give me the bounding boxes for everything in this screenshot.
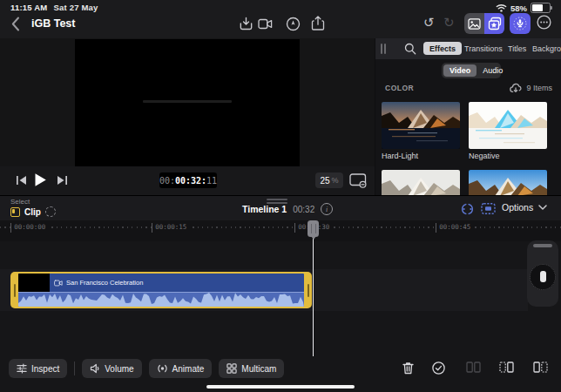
clip-thumbnail	[18, 274, 50, 292]
home-indicator[interactable]	[206, 385, 355, 389]
play-icon	[34, 172, 47, 187]
search-button[interactable]	[404, 43, 416, 55]
external-display-icon	[349, 173, 368, 188]
effects-library-button[interactable]	[484, 13, 504, 34]
overlay-icon	[481, 202, 496, 215]
timecode-display: 00:00:32:11	[159, 172, 217, 188]
selected-clip-chip[interactable]: Clip	[10, 206, 56, 217]
clip-name: San Francisco Celebration	[66, 279, 143, 287]
jog-wheel[interactable]	[530, 264, 556, 290]
effect-card[interactable]: Hard-Light	[382, 102, 460, 160]
clip-connections-button[interactable]	[460, 202, 475, 216]
wifi-icon	[496, 3, 507, 12]
options-menu[interactable]: Options	[502, 202, 547, 213]
zoom-unit: %	[332, 176, 339, 185]
skip-to-start-button[interactable]	[16, 175, 27, 186]
video-preview[interactable]	[75, 39, 300, 166]
clip-audio-waveform	[18, 292, 304, 307]
ruler-label: 00:00:15	[152, 223, 189, 233]
draw-button[interactable]	[286, 17, 301, 31]
tab-background[interactable]: Background	[532, 44, 561, 53]
effect-card[interactable]: Negative	[469, 102, 547, 160]
playhead-handle[interactable]	[308, 220, 319, 237]
cloud-download-icon[interactable]	[510, 83, 522, 93]
timecode-frames: 11	[206, 176, 217, 186]
section-title: COLOR	[385, 84, 414, 92]
delete-button[interactable]	[402, 362, 414, 375]
skip-start-icon	[16, 175, 27, 186]
timeline-scrollbar[interactable]	[533, 244, 552, 247]
clip-body: San Francisco Celebration	[18, 274, 304, 307]
tab-transitions[interactable]: Transitions	[464, 44, 503, 53]
timeline-ruler[interactable]: 00:00:00 00:00:15 00:00:30 00:00:45	[0, 220, 561, 241]
jog-wheel-thumb[interactable]	[540, 271, 546, 282]
multicam-button[interactable]: Multicam	[219, 359, 284, 378]
camera-icon	[258, 18, 273, 30]
chevron-down-icon	[538, 205, 547, 210]
clip-chip-label: Clip	[24, 207, 41, 217]
camera-button[interactable]	[258, 18, 273, 30]
timecode-main: 00:32:	[175, 176, 206, 186]
trim-both-icon	[466, 362, 481, 373]
redo-button[interactable]: ↻	[443, 16, 455, 29]
trim-handle-right[interactable]	[304, 272, 312, 308]
effect-thumbnail-vivid	[469, 170, 547, 195]
clip-title-bar: San Francisco Celebration	[18, 274, 304, 292]
inspect-icon	[17, 363, 27, 374]
trim-end-button[interactable]	[533, 362, 548, 373]
tab-effects[interactable]: Effects	[423, 42, 462, 55]
trim-both-button[interactable]	[466, 362, 481, 373]
panel-resize-handle[interactable]	[381, 44, 386, 54]
draw-icon	[286, 17, 301, 31]
share-button[interactable]	[311, 16, 325, 31]
app-screen: 11:15 AMSat 27 May 58% iGB Test ↺ ↻	[0, 0, 561, 392]
import-button[interactable]	[239, 17, 253, 31]
battery-icon	[531, 3, 551, 13]
tab-titles[interactable]: Titles	[508, 44, 526, 53]
video-audio-toggle: Video Audio	[442, 63, 501, 78]
play-button[interactable]	[34, 172, 47, 187]
done-check-button[interactable]	[432, 362, 445, 375]
zoom-level-control[interactable]: 25%	[315, 172, 343, 188]
effect-card[interactable]	[382, 170, 460, 195]
viewer-pane: 00:00:32:11 25%	[0, 38, 375, 195]
back-button[interactable]	[11, 17, 20, 31]
toggle-video[interactable]: Video	[443, 64, 477, 77]
bottom-toolbar: Inspect Volume Animate Multicam	[9, 359, 284, 378]
photos-button[interactable]	[464, 13, 484, 34]
project-title: iGB Test	[31, 17, 75, 30]
ruler-ticks	[0, 226, 561, 228]
skip-end-icon	[57, 175, 68, 186]
trim-handle-left[interactable]	[10, 272, 18, 308]
animate-button[interactable]: Animate	[149, 359, 213, 378]
overlay-view-button[interactable]	[481, 202, 496, 215]
search-icon	[404, 43, 416, 55]
connect-clips-icon	[460, 202, 475, 216]
media-effects-toggle	[464, 13, 504, 34]
volume-icon	[90, 363, 100, 374]
external-display-button[interactable]	[349, 173, 368, 188]
inspect-button[interactable]: Inspect	[9, 359, 67, 378]
effect-thumbnail-hard-light	[382, 102, 460, 149]
date: Sat 27 May	[53, 3, 98, 12]
trim-end-icon	[533, 362, 548, 373]
jog-control	[527, 240, 558, 307]
battery-percent: 58%	[510, 3, 527, 13]
undo-button[interactable]: ↺	[423, 16, 435, 29]
more-menu-button[interactable]	[537, 15, 551, 30]
photos-icon	[468, 18, 481, 30]
ellipsis-icon	[537, 15, 551, 30]
toolbar-divider	[74, 362, 75, 375]
timeline-clip[interactable]: San Francisco Celebration	[10, 272, 312, 308]
status-bar-right: 58%	[496, 3, 551, 13]
voiceover-button[interactable]	[510, 13, 531, 34]
microphone-icon	[513, 17, 527, 30]
effect-card[interactable]	[469, 170, 547, 195]
skip-to-end-button[interactable]	[57, 175, 68, 186]
timeline-pane: Select Clip Timeline 1 00:32 i Op	[0, 195, 561, 392]
info-icon[interactable]: i	[321, 203, 333, 215]
transport-bar: 00:00:32:11 25%	[0, 166, 375, 195]
toggle-audio[interactable]: Audio	[477, 64, 509, 77]
trim-start-button[interactable]	[499, 362, 514, 373]
volume-button[interactable]: Volume	[82, 359, 141, 378]
